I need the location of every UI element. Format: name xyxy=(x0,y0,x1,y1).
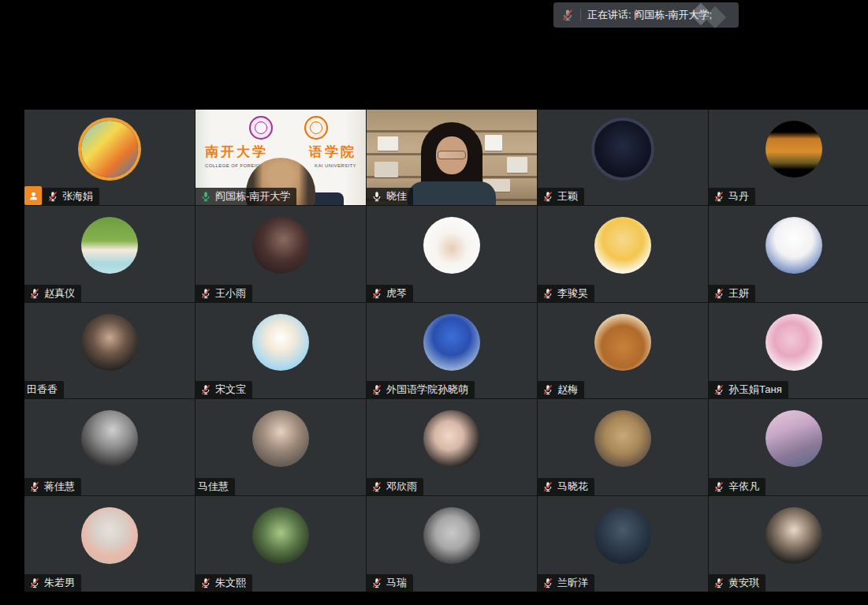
avatar xyxy=(252,314,309,371)
avatar xyxy=(81,314,138,371)
name-label: 田香香 xyxy=(24,381,64,398)
participant-tile[interactable]: 南开大学语学院COLLEGE OF FOREIGN LAKAI UNIVERSI… xyxy=(196,110,366,205)
name-label-row: 赵梅 xyxy=(538,381,584,398)
muted-mic-icon xyxy=(713,384,725,395)
mic-icon xyxy=(371,191,382,202)
name-label: 蒋佳慧 xyxy=(24,478,81,495)
muted-mic-icon xyxy=(29,577,40,588)
name-label-row: 外国语学院孙晓萌 xyxy=(367,381,475,398)
participant-tile[interactable]: 宋文宝 xyxy=(196,303,366,398)
name-label-row: 蒋佳慧 xyxy=(24,478,81,495)
participant-tile[interactable]: 马晓花 xyxy=(538,399,708,495)
participant-tile[interactable]: 马佳慧 xyxy=(196,399,366,495)
name-label-row: 马佳慧 xyxy=(196,478,235,495)
name-label: 李骏昊 xyxy=(538,285,594,302)
muted-mic-icon xyxy=(542,288,553,299)
participant-tile[interactable]: 蒋佳慧 xyxy=(24,399,195,495)
participant-name: 蒋佳慧 xyxy=(44,480,75,494)
muted-mic-icon xyxy=(371,288,382,299)
participant-name: 马晓花 xyxy=(557,480,588,494)
avatar xyxy=(766,217,822,274)
muted-mic-icon xyxy=(542,577,553,588)
avatar xyxy=(766,314,822,371)
avatar xyxy=(423,314,480,371)
name-label: 王妍 xyxy=(709,285,755,302)
name-label: 马丹 xyxy=(709,188,755,205)
participant-name: 田香香 xyxy=(27,383,58,397)
muted-mic-icon xyxy=(713,288,725,299)
name-label: 兰昕洋 xyxy=(538,574,594,592)
muted-mic-icon xyxy=(713,481,725,492)
participant-tile[interactable]: 邓欣雨 xyxy=(367,399,537,495)
avatar xyxy=(252,507,309,564)
participant-tile[interactable]: 马瑞 xyxy=(367,496,537,592)
participant-tile[interactable]: 田香香 xyxy=(24,303,195,398)
name-label: 赵真仪 xyxy=(24,285,81,302)
participant-tile[interactable]: 张海娟 xyxy=(24,110,195,205)
banner-title-left: 南开大学 xyxy=(205,143,268,161)
muted-mic-icon xyxy=(713,191,725,202)
participant-name: 马佳慧 xyxy=(198,480,229,494)
participant-name: 马瑞 xyxy=(386,576,407,590)
muted-mic-icon xyxy=(561,9,574,21)
name-label: 黄安琪 xyxy=(709,574,766,592)
participant-tile[interactable]: 外国语学院孙晓萌 xyxy=(367,303,537,398)
participant-tile[interactable]: 黄安琪 xyxy=(709,496,868,592)
participant-name: 虎琴 xyxy=(386,286,407,301)
participant-tile[interactable]: 李骏昊 xyxy=(538,206,708,301)
participant-name: 黄安琪 xyxy=(728,576,759,590)
participant-name: 邓欣雨 xyxy=(386,480,417,494)
avatar xyxy=(423,410,480,467)
speaking-status-text: 正在讲话: 阎国栋-南开大学; xyxy=(587,8,712,22)
person-body xyxy=(408,181,496,205)
participant-name: 赵真仪 xyxy=(44,286,75,301)
name-label-row: 宋文宝 xyxy=(196,381,252,398)
avatar xyxy=(594,121,651,177)
avatar xyxy=(81,121,138,177)
avatar xyxy=(423,217,480,274)
participant-tile[interactable]: 朱若男 xyxy=(24,496,195,592)
participant-name: 外国语学院孙晓萌 xyxy=(386,383,468,397)
participant-tile[interactable]: 王妍 xyxy=(709,206,868,301)
name-label-row: 黄安琪 xyxy=(709,574,766,592)
participant-tile[interactable]: 王颖 xyxy=(538,110,708,205)
participant-tile[interactable]: 王小雨 xyxy=(196,206,366,301)
name-label-row: 王小雨 xyxy=(196,285,252,302)
participant-tile[interactable]: 虎琴 xyxy=(367,206,537,301)
name-label-row: 虎琴 xyxy=(367,285,413,302)
name-label-row: 赵真仪 xyxy=(24,285,81,302)
name-label-row: 马晓花 xyxy=(538,478,594,495)
name-label-row: 马丹 xyxy=(709,188,755,205)
muted-mic-icon xyxy=(542,384,553,395)
name-label-row: 王妍 xyxy=(709,285,755,302)
name-label-row: 辛依凡 xyxy=(709,478,766,495)
name-label-row: 李骏昊 xyxy=(538,285,594,302)
participant-tile[interactable]: 赵梅 xyxy=(538,303,708,398)
participant-tile[interactable]: 赵真仪 xyxy=(24,206,195,301)
participant-tile[interactable]: 朱文熙 xyxy=(196,496,366,592)
name-label: 朱文熙 xyxy=(196,574,252,592)
muted-mic-icon xyxy=(29,481,40,492)
participant-name: 朱若男 xyxy=(44,576,75,590)
muted-mic-icon xyxy=(200,288,211,299)
muted-mic-icon xyxy=(29,288,40,299)
name-label: 马晓花 xyxy=(538,478,594,495)
participant-name: 孙玉娟Таня xyxy=(728,383,782,397)
name-label: 邓欣雨 xyxy=(367,478,423,495)
name-label: 外国语学院孙晓萌 xyxy=(367,381,475,398)
muted-mic-icon xyxy=(542,191,553,202)
banner-subtitle-right: KAI UNIVERSITY xyxy=(315,163,356,168)
participant-tile[interactable]: 辛依凡 xyxy=(709,399,868,495)
name-label: 辛依凡 xyxy=(709,478,766,495)
participant-tile[interactable]: 孙玉娟Таня xyxy=(709,303,868,398)
participant-tile[interactable]: 马丹 xyxy=(709,110,868,205)
participant-tile[interactable]: 兰昕洋 xyxy=(538,496,708,592)
participant-tile[interactable]: 晓佳 xyxy=(367,110,537,205)
avatar xyxy=(766,410,822,467)
participant-name: 赵梅 xyxy=(557,383,578,397)
participant-grid: 张海娟南开大学语学院COLLEGE OF FOREIGN LAKAI UNIVE… xyxy=(24,110,868,592)
name-label: 宋文宝 xyxy=(196,381,252,398)
participant-name: 宋文宝 xyxy=(215,383,246,397)
muted-mic-icon xyxy=(542,481,553,492)
name-label: 马佳慧 xyxy=(196,478,235,495)
